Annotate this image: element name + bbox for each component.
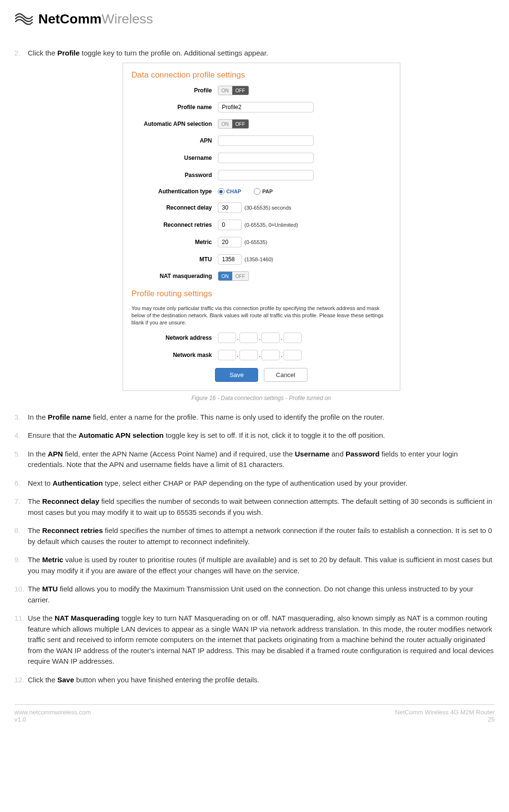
footer-version: v1.0 [14,716,91,723]
page-header: NetCommWireless [14,10,495,29]
step-11: Use the NAT Masquerading toggle key to t… [28,613,495,667]
nat-toggle[interactable]: ON OFF [218,271,249,281]
auth-chap-radio[interactable]: CHAP [218,188,241,196]
figure-caption: Figure 16 - Data connection settings - P… [28,394,495,402]
network-mask-label: Network mask [132,351,218,359]
brand-light: Wireless [102,11,153,26]
password-input[interactable] [218,170,314,180]
profile-toggle[interactable]: ON OFF [218,86,249,95]
auth-type-label: Authentication type [132,187,218,196]
nat-label: NAT masquerading [132,272,218,280]
network-address-label: Network address [132,334,218,342]
metric-label: Metric [132,238,218,246]
section-heading-2: Profile routing settings [132,288,391,300]
routing-description: You may route only particular traffic vi… [132,305,391,327]
step-7: The Reconnect delay field specifies the … [28,496,495,518]
apn-label: APN [132,136,218,145]
step-4: Ensure that the Automatic APN selection … [28,430,495,441]
save-button[interactable]: Save [215,368,258,382]
footer-page: 25 [395,716,495,723]
net-mask-1[interactable] [218,350,236,360]
step-3: In the Profile name field, enter a name … [28,412,495,423]
net-addr-1[interactable] [218,333,236,343]
footer-left: www.netcommwireless.com v1.0 [14,709,91,723]
net-addr-2[interactable] [239,333,258,343]
footer-product: NetComm Wireless 4G M2M Router [395,709,495,716]
profile-name-label: Profile name [132,103,218,111]
mtu-label: MTU [132,255,218,264]
step-8: The Reconnect retries field specifies th… [28,525,495,547]
radio-on-icon [218,188,225,195]
reconnect-delay-label: Reconnect delay [132,203,218,212]
mtu-input[interactable] [218,254,242,265]
reconnect-retries-label: Reconnect retries [132,221,218,229]
reconnect-retries-input[interactable] [218,220,242,230]
step-5: In the APN field, enter the APN Name (Ac… [28,449,495,470]
step-2: Click the Profile toggle key to turn the… [28,48,495,402]
step-6: Next to Authentication type, select eith… [28,478,495,489]
profile-name-input[interactable] [218,102,314,112]
reconnect-delay-input[interactable] [218,202,242,213]
footer-url: www.netcommwireless.com [14,709,91,716]
step-9: The Metric value is used by router to pr… [28,555,495,576]
step-10: The MTU field allows you to modify the M… [28,584,495,605]
auto-apn-label: Automatic APN selection [132,120,218,128]
radio-off-icon [254,188,260,195]
auth-pap-radio[interactable]: PAP [254,188,273,196]
settings-screenshot: Data connection profile settings Profile… [123,63,400,391]
username-label: Username [132,154,218,162]
net-mask-3[interactable] [261,350,280,360]
auto-apn-toggle[interactable]: ON OFF [218,119,249,129]
metric-input[interactable] [218,237,242,247]
section-heading-1: Data connection profile settings [132,69,391,81]
instruction-list: Click the Profile toggle key to turn the… [14,48,495,685]
net-addr-4[interactable] [283,333,302,343]
cancel-button[interactable]: Cancel [264,368,307,382]
net-mask-2[interactable] [239,350,258,360]
page-footer: www.netcommwireless.com v1.0 NetComm Wir… [14,704,495,723]
net-mask-4[interactable] [283,350,302,360]
step-12: Click the Save button when you have fini… [28,675,495,686]
username-input[interactable] [218,153,314,163]
password-label: Password [132,171,218,179]
apn-input[interactable] [218,135,314,146]
brand-bold: NetComm [38,11,102,26]
brand-logo-icon [14,10,34,29]
brand-name: NetCommWireless [38,11,153,27]
profile-label: Profile [132,86,218,95]
footer-right: NetComm Wireless 4G M2M Router 25 [395,709,495,723]
net-addr-3[interactable] [261,333,280,343]
